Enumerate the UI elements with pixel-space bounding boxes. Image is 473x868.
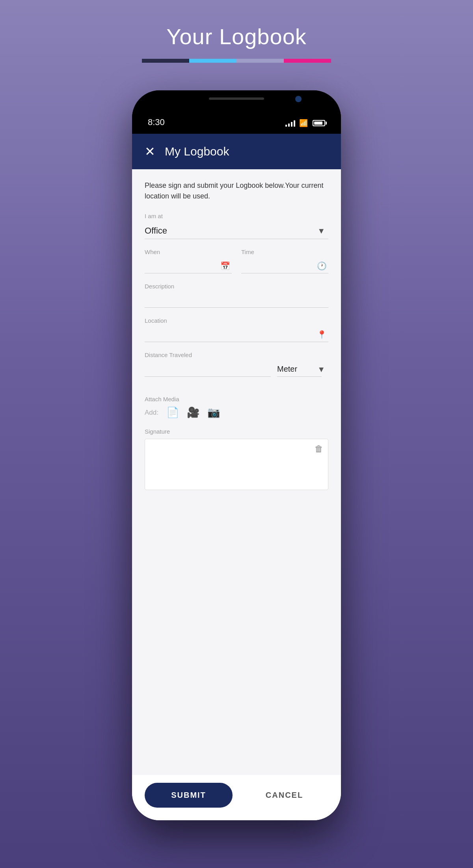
when-time-row: When 📅 Time 🕐 bbox=[145, 249, 328, 273]
color-segment-dark bbox=[142, 59, 189, 63]
when-field: When 📅 bbox=[145, 249, 232, 273]
status-time: 8:30 bbox=[148, 117, 165, 127]
location-input[interactable] bbox=[145, 327, 328, 342]
signal-bar-1 bbox=[285, 125, 287, 127]
attach-add-row: Add: 📄 🎥 📷 bbox=[145, 406, 328, 419]
when-label: When bbox=[145, 249, 232, 255]
description-input[interactable] bbox=[145, 293, 328, 308]
color-bar bbox=[142, 59, 331, 63]
description-label: Description bbox=[145, 283, 328, 290]
signature-section: Signature 🗑 bbox=[145, 428, 328, 490]
location-input-wrapper: 📍 bbox=[145, 327, 328, 342]
wifi-icon: 📶 bbox=[299, 119, 308, 127]
camera-dot bbox=[295, 96, 302, 102]
form-intro-text: Please sign and submit your Logbook belo… bbox=[145, 180, 328, 202]
calendar-icon: 📅 bbox=[220, 261, 230, 271]
i-am-at-select-wrapper: Office Home Site Other ▼ bbox=[145, 223, 328, 239]
distance-input-wrapper bbox=[145, 362, 271, 377]
signature-label: Signature bbox=[145, 428, 328, 435]
clock-icon: 🕐 bbox=[317, 261, 327, 271]
location-field: Location 📍 bbox=[145, 317, 328, 342]
time-field: Time 🕐 bbox=[241, 249, 328, 273]
battery-icon bbox=[313, 120, 325, 126]
time-label: Time bbox=[241, 249, 328, 255]
color-segment-pink bbox=[284, 59, 331, 63]
attach-media-section: Attach Media Add: 📄 🎥 📷 bbox=[145, 396, 328, 419]
distance-unit-wrapper: Meter Kilometer Mile ▼ bbox=[277, 361, 328, 377]
distance-input[interactable] bbox=[145, 362, 271, 377]
page-title: Your Logbook bbox=[166, 24, 307, 49]
battery-fill bbox=[314, 122, 322, 125]
app-header-title: My Logbook bbox=[165, 145, 229, 158]
signal-bar-4 bbox=[294, 120, 295, 127]
i-am-at-select[interactable]: Office Home Site Other bbox=[145, 223, 328, 239]
add-label: Add: bbox=[145, 409, 158, 417]
i-am-at-label: I am at bbox=[145, 213, 328, 219]
form-container: Please sign and submit your Logbook belo… bbox=[132, 169, 341, 775]
signature-delete-icon[interactable]: 🗑 bbox=[315, 444, 323, 454]
distance-traveled-field: Distance Traveled Meter Kilometer Mile ▼ bbox=[145, 352, 328, 386]
signal-bars-icon bbox=[285, 120, 295, 127]
signal-bar-3 bbox=[291, 122, 292, 127]
camera-icon[interactable]: 📷 bbox=[207, 406, 220, 419]
when-input[interactable] bbox=[145, 258, 232, 273]
document-icon[interactable]: 📄 bbox=[166, 406, 179, 419]
notch-pill bbox=[209, 97, 264, 100]
time-input[interactable] bbox=[241, 258, 328, 273]
location-pin-icon: 📍 bbox=[317, 330, 327, 339]
status-icons: 📶 bbox=[285, 119, 325, 127]
app-header: ✕ My Logbook bbox=[132, 134, 341, 169]
description-field: Description bbox=[145, 283, 328, 308]
phone-frame: 8:30 📶 ✕ My Logbook Please sign and subm… bbox=[132, 90, 341, 820]
signal-bar-2 bbox=[288, 123, 290, 127]
close-button[interactable]: ✕ bbox=[145, 145, 155, 158]
distance-unit-select[interactable]: Meter Kilometer Mile bbox=[277, 361, 322, 377]
cancel-button[interactable]: CANCEL bbox=[240, 791, 328, 800]
time-input-wrapper: 🕐 bbox=[241, 258, 328, 273]
submit-button[interactable]: SUBMIT bbox=[145, 783, 233, 808]
action-buttons: SUBMIT CANCEL bbox=[132, 775, 341, 820]
i-am-at-field: I am at Office Home Site Other ▼ bbox=[145, 213, 328, 239]
location-label: Location bbox=[145, 317, 328, 324]
when-input-wrapper: 📅 bbox=[145, 258, 232, 273]
color-segment-purple bbox=[236, 59, 284, 63]
color-segment-blue bbox=[189, 59, 236, 63]
phone-screen: ✕ My Logbook Please sign and submit your… bbox=[132, 134, 341, 820]
distance-traveled-label: Distance Traveled bbox=[145, 352, 328, 358]
status-bar: 8:30 📶 bbox=[132, 90, 341, 134]
attach-media-label: Attach Media bbox=[145, 396, 328, 402]
video-icon[interactable]: 🎥 bbox=[187, 406, 199, 419]
distance-row: Meter Kilometer Mile ▼ bbox=[145, 361, 328, 377]
signature-box[interactable]: 🗑 bbox=[145, 439, 328, 490]
